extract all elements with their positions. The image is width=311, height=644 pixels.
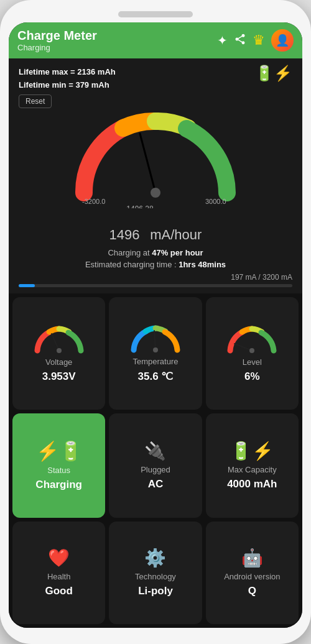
brightness-icon[interactable]: ✦ <box>217 33 228 48</box>
max-capacity-icon: 🔋⚡ <box>230 441 274 461</box>
svg-point-6 <box>57 348 62 353</box>
card-plugged[interactable]: 🔌 Plugged AC <box>109 413 202 517</box>
phone-screen: Charge Meter Charging ✦ ♛ 👤 Lifetime max… <box>9 22 302 628</box>
plugged-icon: 🔌 <box>144 441 166 461</box>
cards-grid: Voltage 3.953V Temperature 35.6 ℃ <box>9 293 302 628</box>
health-label: Health <box>47 572 71 581</box>
main-value: 1496 mA/hour <box>19 208 292 246</box>
share-icon[interactable] <box>234 33 246 48</box>
plugged-label: Plugged <box>141 465 170 474</box>
app-subtitle: Charging <box>17 43 97 52</box>
progress-fill <box>19 284 35 287</box>
avatar[interactable]: 👤 <box>271 29 294 52</box>
card-android-version[interactable]: 🤖 Android version Q <box>206 522 299 624</box>
android-version-value: Q <box>248 585 256 597</box>
charging-time: Estimated charging time : 1hrs 48mins <box>19 260 292 269</box>
card-health[interactable]: ❤️ Health Good <box>12 522 105 624</box>
svg-text:-3200.0: -3200.0 <box>82 198 105 205</box>
voltage-label: Voltage <box>45 357 72 367</box>
card-max-capacity[interactable]: 🔋⚡ Max Capacity 4000 mAh <box>206 413 299 517</box>
app-title: Charge Meter <box>17 29 97 43</box>
gauge-section: Lifetime max = 2136 mAh Lifetime min = 3… <box>9 58 302 293</box>
battery-status-icon: 🔋⚡ <box>255 65 292 82</box>
card-temperature[interactable]: Temperature 35.6 ℃ <box>109 297 202 410</box>
temperature-label: Temperature <box>133 357 179 366</box>
svg-line-5 <box>52 334 59 351</box>
temperature-value: 35.6 ℃ <box>138 370 174 383</box>
svg-line-2 <box>140 134 156 193</box>
svg-text:3000.0: 3000.0 <box>205 198 226 205</box>
level-gauge-svg <box>227 324 277 354</box>
svg-line-7 <box>154 331 156 350</box>
card-status[interactable]: ⚡🔋 Status Charging <box>12 413 105 517</box>
status-value: Charging <box>35 479 82 491</box>
card-level[interactable]: Level 6% <box>206 297 299 410</box>
header-icons: ✦ ♛ 👤 <box>217 29 294 52</box>
gauge-container: -3200.0 3000.0 1496.28 <box>19 112 292 208</box>
crown-icon[interactable]: ♛ <box>253 32 265 48</box>
plugged-value: AC <box>148 478 164 490</box>
progress-row: 197 mA / 3200 mA <box>19 273 292 282</box>
technology-label: Technology <box>135 572 176 581</box>
card-technology[interactable]: ⚙️ Technology Li-poly <box>109 522 202 624</box>
max-capacity-label: Max Capacity <box>228 465 277 474</box>
app-header: Charge Meter Charging ✦ ♛ 👤 <box>9 22 302 58</box>
svg-line-9 <box>234 344 252 351</box>
level-value: 6% <box>244 370 260 383</box>
lifetime-max: Lifetime max = 2136 mAh <box>19 66 292 79</box>
svg-point-3 <box>151 188 160 198</box>
header-left: Charge Meter Charging <box>17 29 97 52</box>
svg-point-10 <box>249 348 254 353</box>
svg-point-8 <box>153 347 158 352</box>
android-version-label: Android version <box>224 572 280 581</box>
technology-value: Li-poly <box>138 585 173 597</box>
progress-label: 197 mA / 3200 mA <box>231 273 292 282</box>
status-icon: ⚡🔋 <box>36 440 82 462</box>
max-capacity-value: 4000 mAh <box>227 478 277 490</box>
android-icon: 🤖 <box>241 548 263 568</box>
technology-icon: ⚙️ <box>144 548 166 568</box>
voltage-value: 3.953V <box>42 370 76 383</box>
card-voltage[interactable]: Voltage 3.953V <box>12 297 105 410</box>
lifetime-min: Lifetime min = 379 mAh <box>19 79 292 92</box>
progress-bar <box>19 284 292 287</box>
status-label: Status <box>47 466 70 475</box>
health-icon: ❤️ <box>48 548 70 568</box>
level-label: Level <box>243 357 262 367</box>
phone-notch <box>118 11 193 17</box>
gauge-svg: -3200.0 3000.0 1496.28 <box>68 112 243 208</box>
lifetime-info: Lifetime max = 2136 mAh Lifetime min = 3… <box>19 66 292 92</box>
charging-info: Charging at 47% per hour <box>19 248 292 257</box>
health-value: Good <box>45 585 72 597</box>
temperature-gauge-svg <box>131 323 180 353</box>
voltage-gauge-svg <box>34 324 84 354</box>
reset-button[interactable]: Reset <box>19 94 52 108</box>
phone-shell: Charge Meter Charging ✦ ♛ 👤 Lifetime max… <box>0 0 311 644</box>
